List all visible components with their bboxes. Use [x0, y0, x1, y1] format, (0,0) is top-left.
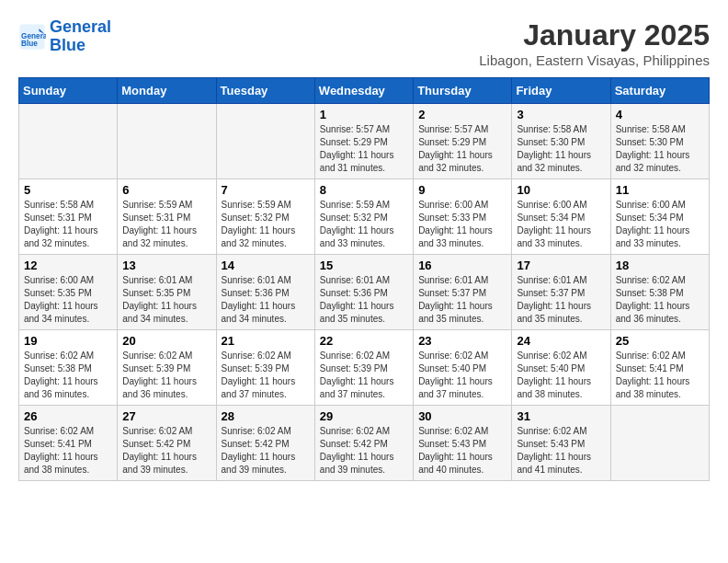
calendar-cell: 21Sunrise: 6:02 AMSunset: 5:39 PMDayligh… [216, 330, 314, 406]
day-info: Sunrise: 6:02 AMSunset: 5:42 PMDaylight:… [320, 425, 408, 477]
day-info: Sunrise: 6:02 AMSunset: 5:39 PMDaylight:… [320, 350, 408, 401]
day-info: Sunrise: 6:01 AMSunset: 5:36 PMDaylight:… [320, 274, 408, 326]
day-info: Sunrise: 6:02 AMSunset: 5:40 PMDaylight:… [517, 350, 605, 401]
calendar-cell: 6Sunrise: 5:59 AMSunset: 5:31 PMDaylight… [118, 179, 216, 255]
day-info: Sunrise: 5:59 AMSunset: 5:32 PMDaylight:… [320, 199, 408, 250]
title-area: January 2025 Libagon, Eastern Visayas, P… [479, 18, 710, 68]
day-info: Sunrise: 6:02 AMSunset: 5:43 PMDaylight:… [418, 425, 506, 477]
calendar-cell: 30Sunrise: 6:02 AMSunset: 5:43 PMDayligh… [414, 406, 512, 481]
day-number: 30 [418, 409, 506, 423]
day-number: 25 [616, 334, 704, 348]
calendar-cell: 19Sunrise: 6:02 AMSunset: 5:38 PMDayligh… [19, 330, 118, 406]
calendar-cell: 14Sunrise: 6:01 AMSunset: 5:36 PMDayligh… [216, 255, 314, 330]
calendar-cell: 27Sunrise: 6:02 AMSunset: 5:42 PMDayligh… [118, 406, 216, 481]
calendar-cell: 26Sunrise: 6:02 AMSunset: 5:41 PMDayligh… [19, 406, 118, 481]
calendar-cell: 31Sunrise: 6:02 AMSunset: 5:43 PMDayligh… [512, 406, 610, 481]
day-number: 2 [418, 108, 506, 121]
day-info: Sunrise: 6:02 AMSunset: 5:38 PMDaylight:… [24, 350, 112, 401]
day-info: Sunrise: 6:02 AMSunset: 5:42 PMDaylight:… [222, 425, 310, 477]
day-info: Sunrise: 6:02 AMSunset: 5:38 PMDaylight:… [616, 274, 704, 326]
calendar-cell [118, 104, 216, 179]
calendar-cell: 24Sunrise: 6:02 AMSunset: 5:40 PMDayligh… [512, 330, 610, 406]
calendar-cell: 18Sunrise: 6:02 AMSunset: 5:38 PMDayligh… [610, 255, 709, 330]
month-title: January 2025 [479, 18, 710, 52]
weekday-header-tuesday: Tuesday [216, 78, 314, 104]
day-number: 28 [222, 409, 310, 423]
day-number: 4 [616, 108, 704, 121]
day-number: 26 [24, 409, 112, 423]
day-info: Sunrise: 6:02 AMSunset: 5:41 PMDaylight:… [616, 350, 704, 401]
day-info: Sunrise: 6:02 AMSunset: 5:43 PMDaylight:… [517, 425, 605, 477]
calendar-cell: 7Sunrise: 5:59 AMSunset: 5:32 PMDaylight… [216, 179, 314, 255]
calendar-week-row: 5Sunrise: 5:58 AMSunset: 5:31 PMDaylight… [19, 179, 710, 255]
day-number: 17 [517, 259, 605, 272]
day-info: Sunrise: 5:59 AMSunset: 5:31 PMDaylight:… [122, 199, 210, 250]
day-number: 6 [122, 183, 210, 197]
day-number: 12 [24, 259, 112, 272]
day-number: 13 [122, 259, 210, 272]
weekday-header-row: SundayMondayTuesdayWednesdayThursdayFrid… [19, 78, 710, 104]
day-number: 7 [222, 183, 310, 197]
calendar-cell [19, 104, 118, 179]
day-number: 31 [517, 409, 605, 423]
day-info: Sunrise: 6:02 AMSunset: 5:42 PMDaylight:… [122, 425, 210, 477]
day-number: 16 [418, 259, 506, 272]
day-number: 3 [517, 108, 605, 121]
calendar-week-row: 1Sunrise: 5:57 AMSunset: 5:29 PMDaylight… [19, 104, 710, 179]
day-number: 14 [222, 259, 310, 272]
calendar-cell: 9Sunrise: 6:00 AMSunset: 5:33 PMDaylight… [414, 179, 512, 255]
calendar-cell: 3Sunrise: 5:58 AMSunset: 5:30 PMDaylight… [512, 104, 610, 179]
day-info: Sunrise: 6:00 AMSunset: 5:34 PMDaylight:… [517, 199, 605, 250]
weekday-header-wednesday: Wednesday [314, 78, 413, 104]
day-info: Sunrise: 6:02 AMSunset: 5:40 PMDaylight:… [418, 350, 506, 401]
calendar-cell: 5Sunrise: 5:58 AMSunset: 5:31 PMDaylight… [19, 179, 118, 255]
calendar-cell: 29Sunrise: 6:02 AMSunset: 5:42 PMDayligh… [314, 406, 413, 481]
calendar-cell: 4Sunrise: 5:58 AMSunset: 5:30 PMDaylight… [610, 104, 709, 179]
calendar-cell: 25Sunrise: 6:02 AMSunset: 5:41 PMDayligh… [610, 330, 709, 406]
day-info: Sunrise: 6:01 AMSunset: 5:35 PMDaylight:… [122, 274, 210, 326]
calendar-cell: 11Sunrise: 6:00 AMSunset: 5:34 PMDayligh… [610, 179, 709, 255]
calendar-cell: 16Sunrise: 6:01 AMSunset: 5:37 PMDayligh… [414, 255, 512, 330]
day-info: Sunrise: 6:00 AMSunset: 5:34 PMDaylight:… [616, 199, 704, 250]
weekday-header-sunday: Sunday [19, 78, 118, 104]
day-info: Sunrise: 5:59 AMSunset: 5:32 PMDaylight:… [222, 199, 310, 250]
calendar-cell: 20Sunrise: 6:02 AMSunset: 5:39 PMDayligh… [118, 330, 216, 406]
calendar-cell: 17Sunrise: 6:01 AMSunset: 5:37 PMDayligh… [512, 255, 610, 330]
svg-text:Blue: Blue [21, 40, 38, 48]
calendar-cell [216, 104, 314, 179]
day-number: 18 [616, 259, 704, 272]
day-number: 22 [320, 334, 408, 348]
day-info: Sunrise: 6:02 AMSunset: 5:41 PMDaylight:… [24, 425, 112, 477]
day-number: 21 [222, 334, 310, 348]
location-title: Libagon, Eastern Visayas, Philippines [479, 52, 710, 68]
calendar-cell: 1Sunrise: 5:57 AMSunset: 5:29 PMDaylight… [314, 104, 413, 179]
logo-text: General Blue [50, 18, 111, 55]
day-number: 9 [418, 183, 506, 197]
day-info: Sunrise: 6:00 AMSunset: 5:33 PMDaylight:… [418, 199, 506, 250]
day-info: Sunrise: 5:58 AMSunset: 5:30 PMDaylight:… [616, 123, 704, 175]
weekday-header-saturday: Saturday [610, 78, 709, 104]
day-info: Sunrise: 6:01 AMSunset: 5:37 PMDaylight:… [517, 274, 605, 326]
day-info: Sunrise: 5:57 AMSunset: 5:29 PMDaylight:… [320, 123, 408, 175]
day-info: Sunrise: 6:00 AMSunset: 5:35 PMDaylight:… [24, 274, 112, 326]
day-number: 24 [517, 334, 605, 348]
logo: General Blue General Blue [18, 18, 111, 55]
calendar-week-row: 26Sunrise: 6:02 AMSunset: 5:41 PMDayligh… [19, 406, 710, 481]
page-header: General Blue General Blue January 2025 L… [18, 18, 710, 68]
calendar-cell: 12Sunrise: 6:00 AMSunset: 5:35 PMDayligh… [19, 255, 118, 330]
day-info: Sunrise: 5:57 AMSunset: 5:29 PMDaylight:… [418, 123, 506, 175]
calendar-cell: 23Sunrise: 6:02 AMSunset: 5:40 PMDayligh… [414, 330, 512, 406]
calendar-cell: 10Sunrise: 6:00 AMSunset: 5:34 PMDayligh… [512, 179, 610, 255]
logo-icon: General Blue [18, 23, 46, 51]
calendar-cell: 15Sunrise: 6:01 AMSunset: 5:36 PMDayligh… [314, 255, 413, 330]
day-info: Sunrise: 6:02 AMSunset: 5:39 PMDaylight:… [222, 350, 310, 401]
day-number: 20 [122, 334, 210, 348]
day-number: 15 [320, 259, 408, 272]
calendar-cell: 13Sunrise: 6:01 AMSunset: 5:35 PMDayligh… [118, 255, 216, 330]
day-info: Sunrise: 6:01 AMSunset: 5:36 PMDaylight:… [222, 274, 310, 326]
day-number: 19 [24, 334, 112, 348]
day-number: 10 [517, 183, 605, 197]
calendar-cell [610, 406, 709, 481]
day-info: Sunrise: 6:01 AMSunset: 5:37 PMDaylight:… [418, 274, 506, 326]
calendar-cell: 28Sunrise: 6:02 AMSunset: 5:42 PMDayligh… [216, 406, 314, 481]
